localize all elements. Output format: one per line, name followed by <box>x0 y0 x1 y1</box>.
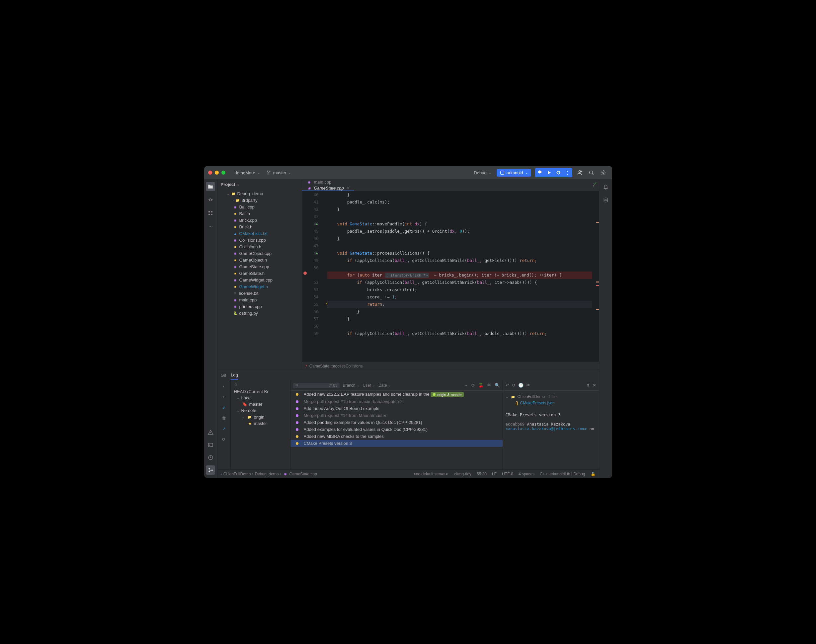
debug-button[interactable] <box>554 168 563 177</box>
run-gutter-icon[interactable]: ▶ <box>316 221 318 228</box>
cherry-pick-icon[interactable]: 🍒 <box>479 383 484 388</box>
eye-icon[interactable]: 👁 <box>487 383 491 388</box>
changed-folder[interactable]: ⌄📁 CLionFullDemo 1 file <box>506 393 596 400</box>
build-button[interactable] <box>535 168 545 177</box>
branch-item[interactable]: ★master <box>232 420 289 426</box>
tree-folder[interactable]: ⌄ 📁 Debug_demo <box>218 190 302 197</box>
run-gutter-icon[interactable]: ▶ <box>316 250 318 257</box>
commit-row[interactable]: Added examples for evaluated values in Q… <box>290 426 503 433</box>
branch-filter[interactable]: Branch⌄ <box>343 383 359 388</box>
breakpoint-icon[interactable] <box>304 271 307 275</box>
branch-dropdown[interactable]: master ⌄ <box>267 170 291 175</box>
tree-item[interactable]: ›📁3rdparty <box>218 197 302 204</box>
commit-row[interactable]: Add Index Array Out Of Bound example <box>290 405 503 412</box>
settings-icon[interactable] <box>599 168 608 177</box>
close-icon[interactable]: ✕ <box>592 383 596 388</box>
local-group[interactable]: ⌄Local <box>232 395 289 401</box>
clang-tidy-status[interactable]: .clang-tidy <box>453 472 471 476</box>
line-separator[interactable]: LF <box>492 472 497 476</box>
inspection-ok-icon[interactable]: ✓ <box>594 181 597 186</box>
indent[interactable]: 4 spaces <box>518 472 534 476</box>
close-window[interactable] <box>208 171 212 175</box>
database-icon[interactable] <box>601 195 610 204</box>
code-area[interactable]: 4041424344▶45464748▶49505253545556575859… <box>302 191 599 362</box>
commit-row[interactable]: Added padding example for values in Quic… <box>290 419 503 426</box>
branch-search[interactable] <box>232 382 289 388</box>
editor-tab[interactable]: ◉GameState.cpp✕ <box>302 185 354 191</box>
cursor-position[interactable]: 55:20 <box>477 472 487 476</box>
commit-row[interactable]: Merge pull request #15 from maxim-banaev… <box>290 398 503 405</box>
refresh-icon[interactable]: ⟳ <box>471 383 475 388</box>
commit-tool-icon[interactable] <box>206 195 215 204</box>
history-icon[interactable]: 🕐 <box>518 383 523 388</box>
expand-icon[interactable]: ⇕ <box>586 383 590 388</box>
branch-item[interactable]: 🔖master <box>232 401 289 407</box>
statusbar-breadcrumb[interactable]: ▫ CLionFullDemo› Debug_demo› ◉ GameState… <box>221 471 317 477</box>
editor-breadcrumb[interactable]: ƒ GameState::processCollisions <box>302 362 599 370</box>
more-button[interactable]: ⋮ <box>563 168 572 177</box>
search-icon[interactable]: 🔍 <box>495 383 500 388</box>
git-tool-icon[interactable] <box>206 465 215 475</box>
close-tab-icon[interactable]: ✕ <box>346 186 349 190</box>
tree-item[interactable]: ◉main.cpp <box>218 296 302 303</box>
run-config-dropdown[interactable]: Debug ⌄ <box>474 170 491 175</box>
tree-item[interactable]: ◉Brick.cpp <box>218 217 302 224</box>
git-tab-log[interactable]: Log <box>231 371 238 380</box>
run-button[interactable] <box>545 168 554 177</box>
lock-icon[interactable]: 🔓 <box>591 472 595 476</box>
minimize-window[interactable] <box>215 171 219 175</box>
tree-item[interactable]: ■Brick.h <box>218 224 302 230</box>
search-icon[interactable] <box>587 168 596 177</box>
server-status[interactable]: <no default server> <box>414 472 448 476</box>
commit-row[interactable]: Added new MISRA checks to the samples <box>290 433 503 440</box>
terminal-tool-icon[interactable] <box>206 440 215 449</box>
back-icon[interactable]: ‹ <box>220 382 228 390</box>
tree-item[interactable]: ■GameWidget.h <box>218 283 302 290</box>
remote-folder[interactable]: ⌄📁origin <box>232 414 289 420</box>
tree-item[interactable]: ■GameState.h <box>218 270 302 276</box>
zoom-window[interactable] <box>221 171 225 175</box>
notifications-icon[interactable] <box>601 182 610 191</box>
tree-item[interactable]: ▲CMakeLists.txt <box>218 230 302 237</box>
tree-item[interactable]: ■Collisions.h <box>218 243 302 250</box>
remote-group[interactable]: ⌄Remote <box>232 407 289 414</box>
commit-row[interactable]: Added new 2022.2 EAP feature samples and… <box>290 391 503 398</box>
tree-item[interactable]: ◉Collisions.cpp <box>218 237 302 243</box>
structure-tool-icon[interactable] <box>206 209 215 218</box>
user-filter[interactable]: User⌄ <box>363 383 375 388</box>
commit-row[interactable]: CMake Presets version 3 <box>290 440 503 447</box>
tree-item[interactable]: ■Ball.h <box>218 210 302 217</box>
tree-item[interactable]: ◉GameWidget.cpp <box>218 276 302 283</box>
project-tool-icon[interactable] <box>206 182 215 191</box>
git-tab-git[interactable]: Git <box>221 371 226 380</box>
tree-item[interactable]: ◉printers.cpp <box>218 303 302 310</box>
tree-item[interactable]: 🐍qstring.py <box>218 310 302 316</box>
project-pane-header[interactable]: Project ⌄ <box>218 179 302 190</box>
problems-tool-icon[interactable] <box>206 428 215 437</box>
undo-icon[interactable]: ↺ <box>512 383 515 388</box>
preview-icon[interactable]: 👁 <box>526 383 531 388</box>
error-stripe[interactable] <box>598 191 599 362</box>
tree-item[interactable]: ◉GameObject.cpp <box>218 250 302 257</box>
editor-tab[interactable]: ◉main.cpp <box>302 179 354 185</box>
add-icon[interactable]: + <box>220 393 228 401</box>
build-config[interactable]: C++: arkanoidLib | Debug <box>540 472 585 476</box>
head-branch[interactable]: HEAD (Current Br <box>232 388 289 395</box>
update-icon[interactable]: ↙ <box>220 403 228 411</box>
revert-icon[interactable]: ↶ <box>506 383 509 388</box>
tree-item[interactable]: ■GameObject.h <box>218 257 302 263</box>
todo-tool-icon[interactable] <box>206 453 215 462</box>
push-icon[interactable]: ↗ <box>220 425 228 432</box>
changed-file[interactable]: {} CMakePresets.json <box>506 400 596 406</box>
date-filter[interactable]: Date⌄ <box>379 383 391 388</box>
delete-icon[interactable]: 🗑 <box>220 414 228 422</box>
tree-item[interactable]: ◉Ball.cpp <box>218 204 302 210</box>
code-with-me-icon[interactable] <box>575 168 584 177</box>
commit-search[interactable]: .* Cc <box>293 383 340 388</box>
goto-icon[interactable]: → <box>464 383 468 388</box>
refresh-icon[interactable]: ⟳ <box>220 435 228 443</box>
more-tools-icon[interactable]: ⋯ <box>206 222 215 231</box>
run-target-dropdown[interactable]: arkanoid ⌄ <box>497 169 531 176</box>
commit-row[interactable]: Merge pull request #14 from Maririri/mas… <box>290 412 503 419</box>
project-dropdown[interactable]: demoMore ⌄ <box>235 170 260 175</box>
